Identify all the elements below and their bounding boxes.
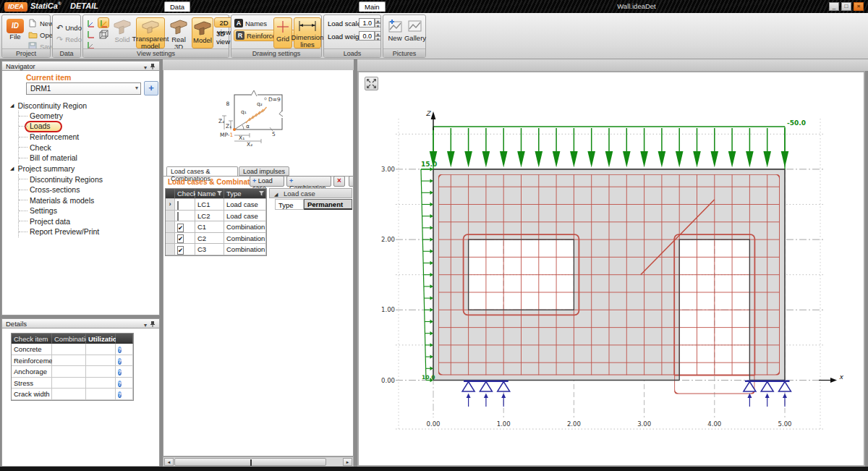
add-region-button[interactable]: + — [144, 81, 158, 96]
solid-button[interactable]: Solid — [111, 17, 134, 48]
z2-label: Z₂ — [218, 118, 224, 124]
load-scale-spinner[interactable]: ▲▼ — [375, 18, 381, 27]
view-3d-button[interactable]: 3D view — [214, 30, 232, 40]
tree-root-1[interactable]: ◢Project summary — [10, 164, 155, 174]
data-tabstrip — [163, 59, 354, 71]
more-button-partial[interactable] — [349, 176, 354, 187]
tab-load-impulses[interactable]: Load impulses — [239, 166, 289, 176]
type-value-dropdown[interactable]: Permanent — [304, 199, 352, 210]
tree-item-project-data[interactable]: Project data — [30, 216, 155, 227]
minimize-button[interactable]: _ — [829, 2, 839, 11]
real-3d-button[interactable]: Real 3D — [167, 17, 190, 48]
new-button[interactable]: New — [28, 18, 54, 28]
add-load-case-button[interactable]: + Load case — [250, 176, 284, 187]
ribbon-group-project: ID File New Open Save Project — [1, 14, 51, 58]
row-name: LC1 — [195, 199, 224, 211]
row-checkbox[interactable] — [177, 201, 179, 210]
model-button[interactable]: Model — [192, 17, 213, 48]
current-item-combobox[interactable]: DRM1 ▾ — [26, 82, 141, 95]
delete-button[interactable]: × — [333, 176, 345, 187]
load-case-property-group[interactable]: ◢ Load case — [269, 188, 352, 198]
row-name: LC2 — [195, 211, 224, 222]
load-weight-spinner[interactable]: ▲▼ — [375, 31, 381, 41]
tree-item-cross-sections[interactable]: Cross-sections — [30, 184, 155, 195]
row-checkbox[interactable] — [177, 212, 179, 221]
row-name: C3 — [195, 244, 224, 255]
grid-toggle[interactable]: Grid — [273, 17, 292, 48]
details-row: Crack width ? — [12, 389, 133, 400]
ribbon-group-pictures: New Gallery Pictures — [383, 14, 426, 58]
tree-item-loads[interactable]: Loads — [30, 122, 155, 132]
tree-item-bill-of-material[interactable]: Bill of material — [30, 153, 155, 164]
maximize-button[interactable]: □ — [841, 2, 851, 11]
row-checkbox[interactable]: ✔ — [177, 234, 184, 243]
tree-item-settings[interactable]: Settings — [30, 205, 155, 216]
load-case-row[interactable]: › LC1 Load case — [166, 199, 266, 211]
scroll-left-icon[interactable]: ◂ — [164, 458, 174, 466]
tree-item-geometry[interactable]: Geometry — [30, 111, 155, 122]
transparent-model-button[interactable]: Transparent model — [136, 17, 165, 48]
tab-main[interactable]: Main — [359, 1, 386, 12]
axis-view-active-icon[interactable] — [98, 17, 109, 28]
navigator-tree: ◢Discontinuity RegionGeometryLoadsReinfo… — [10, 100, 155, 237]
load-scale-label: Load scale — [328, 20, 361, 27]
scrollbar-thumb[interactable] — [174, 458, 326, 466]
new-document-icon — [28, 19, 38, 27]
plus-icon: + — [289, 177, 293, 184]
x-axis: x — [819, 373, 844, 383]
data-horizontal-scrollbar[interactable]: ◂ ▸ — [163, 457, 354, 467]
svg-text:Z: Z — [426, 110, 432, 117]
expander-icon: ◢ — [10, 166, 14, 171]
left-edge-load[interactable] — [421, 167, 433, 382]
scroll-right-icon[interactable]: ▸ — [343, 458, 352, 466]
row-type: Combination — [224, 244, 266, 255]
undo-button[interactable]: ↶ Undo — [56, 22, 82, 33]
main-canvas[interactable]: 0.001.002.003.000.001.002.003.004.005.00… — [357, 71, 865, 467]
help-icon[interactable]: ? — [118, 391, 122, 398]
x2-label: X₂ — [247, 141, 252, 148]
tree-item-reinforcement[interactable]: Reinforcement — [30, 132, 155, 143]
tree-item-materials-models[interactable]: Materials & models — [30, 195, 155, 206]
close-button[interactable]: × — [854, 2, 864, 11]
brand-name: StatiCa® — [30, 1, 61, 10]
load-scale-input[interactable]: 1.0 — [359, 18, 375, 27]
add-combination-button[interactable]: + Combination — [286, 176, 331, 187]
names-toggle[interactable]: A Names — [234, 18, 267, 28]
file-icon: ID — [7, 19, 24, 33]
col-check: Check — [175, 189, 195, 199]
tree-item-report-preview-print[interactable]: Report Preview/Print — [30, 226, 155, 237]
help-icon[interactable]: ? — [118, 358, 122, 365]
gallery-button[interactable]: Gallery — [405, 17, 425, 48]
tree-item-discontinuity-regions[interactable]: Discontinuity Regions — [30, 174, 155, 185]
load-weight-input[interactable]: 0.0 — [359, 31, 375, 41]
reinforcement-icon: R — [236, 31, 244, 40]
mp-label: MP-1 — [220, 132, 234, 138]
transparent-beam-icon — [141, 20, 160, 35]
file-button[interactable]: ID File — [5, 17, 25, 48]
structure-drawing: 0.001.002.003.000.001.002.003.004.005.00… — [359, 72, 864, 468]
load-case-row[interactable]: ✔ C3 Combination — [166, 244, 266, 255]
picture-new-button[interactable]: New — [386, 17, 404, 48]
tab-load-cases-combinations[interactable]: Load cases & Combinations — [166, 166, 238, 177]
dimension-lines-icon — [297, 20, 318, 34]
row-checkbox[interactable]: ✔ — [177, 246, 184, 255]
load-position-diagram: 8 D=9 q₂ q₁ α Z₂ Z₁ MP-1 X₁ X₂ 5 — [217, 86, 305, 161]
load-case-row[interactable]: ✔ C2 Combination — [166, 233, 266, 245]
load-case-row[interactable]: LC2 Load case — [166, 211, 266, 222]
expander-icon: ◢ — [274, 192, 278, 197]
tab-data[interactable]: Data — [164, 1, 190, 12]
top-distributed-load[interactable] — [430, 127, 789, 169]
wireframe-cube-icon[interactable] — [98, 30, 109, 43]
tree-item-check[interactable]: Check — [30, 143, 155, 153]
left-load-top-value: 15.0 — [421, 161, 437, 168]
help-icon[interactable]: ? — [118, 369, 122, 375]
tree-root-0[interactable]: ◢Discontinuity Region — [10, 100, 155, 111]
redo-button[interactable]: ↷ Redo — [56, 34, 82, 44]
load-case-row[interactable]: ✔ C1 Combination — [166, 221, 266, 233]
row-checkbox[interactable]: ✔ — [177, 224, 184, 232]
help-icon[interactable]: ? — [118, 347, 122, 353]
details-col-header — [116, 334, 133, 344]
help-icon[interactable]: ? — [118, 381, 122, 387]
product-name: DETAIL — [70, 1, 98, 10]
dimension-lines-toggle[interactable]: Dimension lines — [294, 17, 321, 48]
